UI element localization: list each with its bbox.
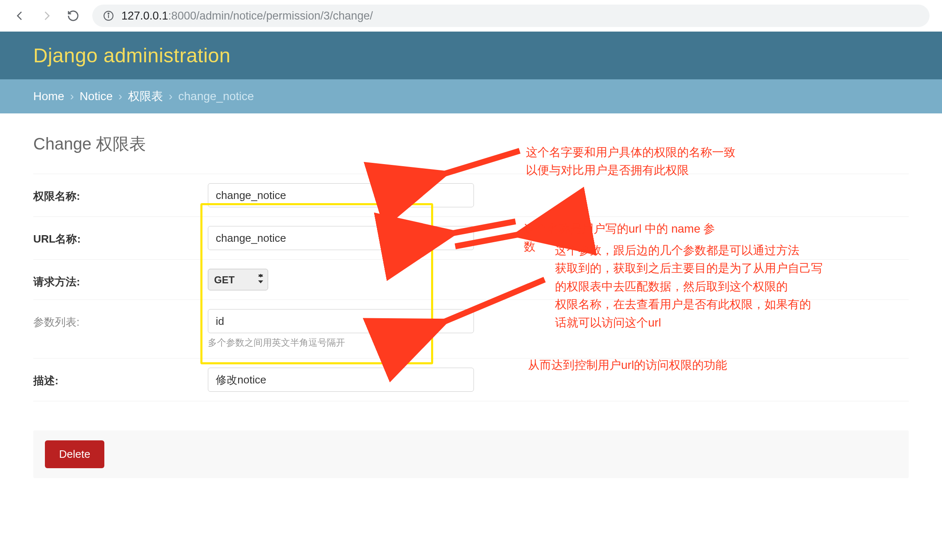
row-desc: 描述: xyxy=(33,359,909,401)
input-permission-name[interactable] xyxy=(208,183,474,207)
label-params: 参数列表: xyxy=(33,309,208,329)
page-title: Change 权限表 xyxy=(33,133,909,155)
row-permission-name: 权限名称: xyxy=(33,174,909,217)
content: Change 权限表 权限名称: URL名称: 请求方法: GETPOSTPUT… xyxy=(0,113,942,495)
delete-button[interactable]: Delete xyxy=(45,440,104,468)
breadcrumb-current: change_notice xyxy=(178,90,254,103)
submit-row: Delete xyxy=(33,430,909,478)
breadcrumb-sep: › xyxy=(166,90,175,103)
url-bar[interactable]: 127.0.0.1:8000/admin/notice/permission/3… xyxy=(92,5,930,27)
svg-point-2 xyxy=(108,13,109,14)
label-desc: 描述: xyxy=(33,368,208,388)
input-params[interactable] xyxy=(208,309,474,333)
reload-icon[interactable] xyxy=(66,8,81,23)
input-url-name[interactable] xyxy=(208,226,474,250)
breadcrumb-app[interactable]: Notice xyxy=(80,90,113,103)
label-url-name: URL名称: xyxy=(33,226,208,246)
breadcrumb-sep: › xyxy=(67,90,76,103)
label-permission-name: 权限名称: xyxy=(33,183,208,204)
breadcrumb-model[interactable]: 权限表 xyxy=(128,90,163,103)
select-method[interactable]: GETPOSTPUTDELETE xyxy=(208,269,268,290)
forward-icon[interactable] xyxy=(39,8,54,23)
breadcrumbs: Home › Notice › 权限表 › change_notice xyxy=(0,79,942,113)
back-icon[interactable] xyxy=(12,8,27,23)
input-desc[interactable] xyxy=(208,368,474,392)
row-url-name: URL名称: xyxy=(33,217,909,260)
url-text: 127.0.0.1:8000/admin/notice/permission/3… xyxy=(121,10,373,22)
site-title: Django administration xyxy=(33,44,909,67)
breadcrumb-sep: › xyxy=(116,90,125,103)
site-info-icon[interactable] xyxy=(103,10,114,21)
branding-header: Django administration xyxy=(0,32,942,79)
help-params: 多个参数之间用英文半角逗号隔开 xyxy=(208,336,474,349)
breadcrumb-home[interactable]: Home xyxy=(33,90,64,103)
row-method: 请求方法: GETPOSTPUTDELETE xyxy=(33,260,909,300)
browser-chrome: 127.0.0.1:8000/admin/notice/permission/3… xyxy=(0,0,942,32)
label-method: 请求方法: xyxy=(33,269,208,289)
row-params: 参数列表: 多个参数之间用英文半角逗号隔开 xyxy=(33,300,909,359)
change-form: 权限名称: URL名称: 请求方法: GETPOSTPUTDELETE 参数列表… xyxy=(33,174,909,401)
